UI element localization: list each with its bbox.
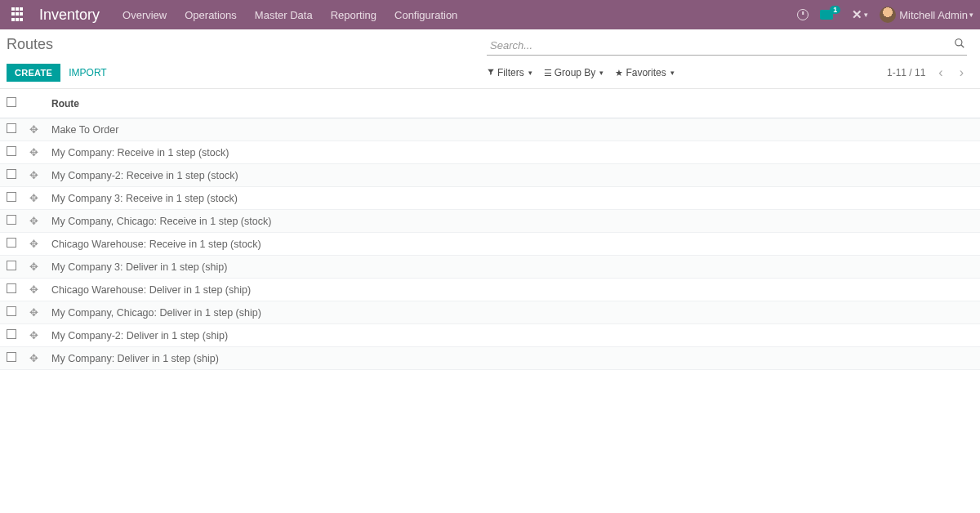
route-name-cell[interactable]: My Company: Receive in 1 step (stock) xyxy=(45,141,980,164)
select-all-checkbox[interactable] xyxy=(7,97,16,107)
row-checkbox[interactable] xyxy=(7,352,16,362)
user-menu[interactable]: Mitchell Admin ▾ xyxy=(880,7,973,23)
favorites-label: Favorites xyxy=(626,67,666,78)
pager-range[interactable]: 1-11 / 11 xyxy=(887,67,925,78)
filters-label: Filters xyxy=(497,67,524,78)
routes-table: Route ✥Make To Order✥My Company: Receive… xyxy=(0,89,980,370)
favorites-menu[interactable]: ★ Favorites ▾ xyxy=(615,67,674,78)
table-row[interactable]: ✥Make To Order xyxy=(0,118,980,141)
drag-handle-icon[interactable]: ✥ xyxy=(29,192,38,204)
search-icon[interactable] xyxy=(954,38,965,51)
drag-handle-icon[interactable]: ✥ xyxy=(29,146,38,158)
route-name-cell[interactable]: Make To Order xyxy=(45,118,980,141)
col-header-route[interactable]: Route xyxy=(45,89,980,118)
drag-handle-icon[interactable]: ✥ xyxy=(29,306,38,319)
apps-icon[interactable] xyxy=(11,7,26,22)
table-row[interactable]: ✥My Company-2: Receive in 1 step (stock) xyxy=(0,164,980,187)
row-checkbox[interactable] xyxy=(7,123,16,133)
breadcrumb: Routes xyxy=(7,36,487,53)
user-name: Mitchell Admin xyxy=(899,9,968,21)
table-row[interactable]: ✥Chicago Warehouse: Deliver in 1 step (s… xyxy=(0,279,980,301)
drag-handle-icon[interactable]: ✥ xyxy=(29,261,38,273)
svg-line-1 xyxy=(961,45,964,48)
row-checkbox[interactable] xyxy=(7,329,16,339)
row-checkbox[interactable] xyxy=(7,146,16,156)
route-name-cell[interactable]: My Company: Deliver in 1 step (ship) xyxy=(45,347,980,370)
search-options: Filters ▾ ☰ Group By ▾ ★ Favorites ▾ xyxy=(487,67,675,78)
route-name-cell[interactable]: My Company, Chicago: Deliver in 1 step (… xyxy=(45,301,980,324)
drag-handle-icon[interactable]: ✥ xyxy=(29,352,38,364)
search-input[interactable] xyxy=(487,36,967,56)
route-name-cell[interactable]: My Company-2: Deliver in 1 step (ship) xyxy=(45,324,980,347)
star-icon: ★ xyxy=(615,68,623,78)
top-navbar: Inventory Overview Operations Master Dat… xyxy=(0,0,980,29)
groupby-icon: ☰ xyxy=(544,68,552,78)
nav-overview[interactable]: Overview xyxy=(122,9,167,21)
nav-reporting[interactable]: Reporting xyxy=(331,9,376,21)
row-checkbox[interactable] xyxy=(7,283,16,293)
search-wrap xyxy=(487,36,967,56)
row-checkbox[interactable] xyxy=(7,192,16,202)
filter-icon xyxy=(487,68,495,78)
row-checkbox[interactable] xyxy=(7,238,16,248)
drag-handle-icon[interactable]: ✥ xyxy=(29,169,38,181)
messaging-icon[interactable]: 1 xyxy=(820,10,840,20)
pager-next[interactable]: › xyxy=(956,65,967,80)
svg-point-0 xyxy=(956,39,962,46)
filters-menu[interactable]: Filters ▾ xyxy=(487,67,532,78)
drag-handle-icon[interactable]: ✥ xyxy=(29,238,38,250)
groupby-label: Group By xyxy=(555,67,596,78)
drag-handle-icon[interactable]: ✥ xyxy=(29,123,38,136)
drag-handle-icon[interactable]: ✥ xyxy=(29,215,38,227)
chat-badge: 1 xyxy=(830,6,840,14)
drag-handle-icon[interactable]: ✥ xyxy=(29,283,38,296)
import-button[interactable]: IMPORT xyxy=(69,67,106,78)
route-name-cell[interactable]: Chicago Warehouse: Deliver in 1 step (sh… xyxy=(45,279,980,301)
nav-configuration[interactable]: Configuration xyxy=(394,9,457,21)
nav-links: Overview Operations Master Data Reportin… xyxy=(122,9,457,21)
table-row[interactable]: ✥My Company: Receive in 1 step (stock) xyxy=(0,141,980,164)
route-name-cell[interactable]: My Company, Chicago: Receive in 1 step (… xyxy=(45,210,980,233)
create-button[interactable]: CREATE xyxy=(7,64,60,82)
row-checkbox[interactable] xyxy=(7,261,16,270)
groupby-menu[interactable]: ☰ Group By ▾ xyxy=(544,67,604,78)
navbar-right: 1 ✕▾ Mitchell Admin ▾ xyxy=(797,7,973,23)
table-row[interactable]: ✥My Company-2: Deliver in 1 step (ship) xyxy=(0,324,980,347)
table-row[interactable]: ✥My Company 3: Receive in 1 step (stock) xyxy=(0,187,980,210)
row-checkbox[interactable] xyxy=(7,215,16,225)
route-name-cell[interactable]: My Company 3: Receive in 1 step (stock) xyxy=(45,187,980,210)
debug-close-icon[interactable]: ✕▾ xyxy=(852,7,868,22)
app-brand[interactable]: Inventory xyxy=(39,7,100,24)
nav-operations[interactable]: Operations xyxy=(185,9,237,21)
control-panel: Routes CREATE IMPORT Filters ▾ ☰ Group B… xyxy=(0,29,980,89)
table-row[interactable]: ✥My Company 3: Deliver in 1 step (ship) xyxy=(0,256,980,279)
route-name-cell[interactable]: My Company 3: Deliver in 1 step (ship) xyxy=(45,256,980,279)
route-name-cell[interactable]: Chicago Warehouse: Receive in 1 step (st… xyxy=(45,233,980,256)
drag-handle-icon[interactable]: ✥ xyxy=(29,329,38,341)
table-row[interactable]: ✥My Company, Chicago: Deliver in 1 step … xyxy=(0,301,980,324)
nav-master-data[interactable]: Master Data xyxy=(255,9,313,21)
row-checkbox[interactable] xyxy=(7,169,16,179)
avatar xyxy=(880,7,896,23)
row-checkbox[interactable] xyxy=(7,306,16,316)
route-name-cell[interactable]: My Company-2: Receive in 1 step (stock) xyxy=(45,164,980,187)
activity-icon[interactable] xyxy=(797,9,808,20)
pager: 1-11 / 11 ‹ › xyxy=(887,65,967,80)
table-row[interactable]: ✥My Company: Deliver in 1 step (ship) xyxy=(0,347,980,370)
table-row[interactable]: ✥Chicago Warehouse: Receive in 1 step (s… xyxy=(0,233,980,256)
table-row[interactable]: ✥My Company, Chicago: Receive in 1 step … xyxy=(0,210,980,233)
pager-prev[interactable]: ‹ xyxy=(935,65,946,80)
